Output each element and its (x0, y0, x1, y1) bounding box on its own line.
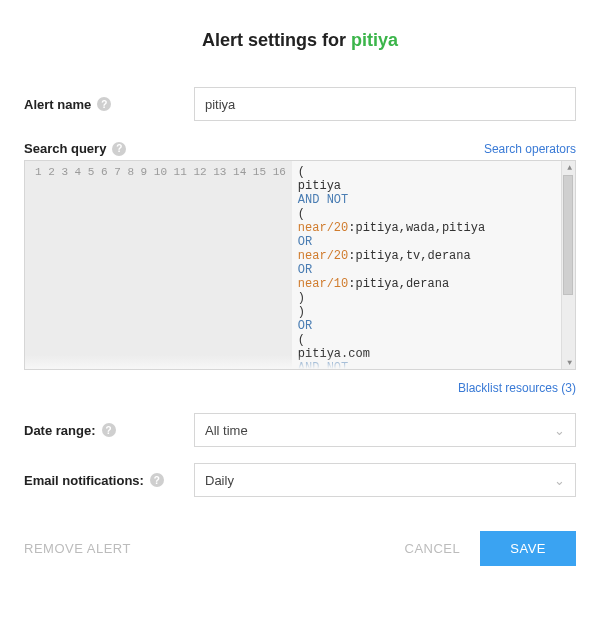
page-title: Alert settings for pitiya (24, 30, 576, 51)
scroll-down-icon[interactable]: ▼ (567, 358, 572, 367)
editor-code[interactable]: ( pitiya AND NOT ( near/20:pitiya,wada,p… (292, 161, 575, 369)
help-icon[interactable]: ? (97, 97, 111, 111)
email-notifications-value: Daily (205, 473, 234, 488)
date-range-select[interactable]: All time ⌄ (194, 413, 576, 447)
title-alert-name: pitiya (351, 30, 398, 50)
alert-name-label: Alert name (24, 97, 91, 112)
save-button[interactable]: SAVE (480, 531, 576, 566)
search-query-editor[interactable]: 1 2 3 4 5 6 7 8 9 10 11 12 13 14 15 16 (… (24, 160, 576, 370)
search-query-label: Search query (24, 141, 106, 156)
scroll-up-icon[interactable]: ▲ (567, 163, 572, 172)
scrollbar-thumb[interactable] (563, 175, 573, 295)
email-notifications-label: Email notifications: (24, 473, 144, 488)
editor-fade (25, 355, 561, 369)
editor-scrollbar[interactable]: ▲ ▼ (561, 161, 575, 369)
chevron-down-icon: ⌄ (554, 473, 565, 488)
help-icon[interactable]: ? (112, 142, 126, 156)
title-prefix: Alert settings for (202, 30, 351, 50)
editor-gutter: 1 2 3 4 5 6 7 8 9 10 11 12 13 14 15 16 (25, 161, 292, 369)
help-icon[interactable]: ? (150, 473, 164, 487)
cancel-button[interactable]: CANCEL (405, 541, 461, 556)
remove-alert-button[interactable]: REMOVE ALERT (24, 541, 131, 556)
help-icon[interactable]: ? (102, 423, 116, 437)
email-notifications-select[interactable]: Daily ⌄ (194, 463, 576, 497)
chevron-down-icon: ⌄ (554, 423, 565, 438)
blacklist-resources-link[interactable]: Blacklist resources (3) (458, 381, 576, 395)
search-operators-link[interactable]: Search operators (484, 142, 576, 156)
alert-name-input[interactable] (194, 87, 576, 121)
date-range-label: Date range: (24, 423, 96, 438)
date-range-value: All time (205, 423, 248, 438)
